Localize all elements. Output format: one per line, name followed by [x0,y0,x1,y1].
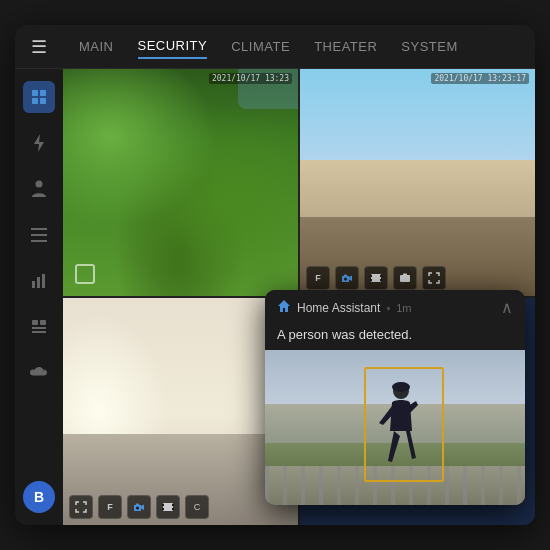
svg-marker-33 [278,300,290,312]
hamburger-icon[interactable]: ☰ [31,36,47,58]
svg-rect-11 [42,274,45,288]
nav-theater[interactable]: THEATER [314,35,377,58]
svg-rect-20 [370,279,372,281]
notif-title-area: Home Assistant • 1m [277,299,412,316]
cam3-film-btn[interactable] [156,495,180,519]
svg-rect-12 [32,320,38,325]
sidebar-icon-chart[interactable] [23,265,55,297]
notif-dot: • [386,302,390,314]
cam2-film-btn[interactable] [364,266,388,290]
svg-rect-31 [172,504,174,506]
home-icon [277,299,291,316]
svg-rect-19 [370,275,372,277]
notif-message: A person was detected. [265,325,525,350]
svg-rect-9 [32,281,35,288]
notif-img-background [265,350,525,505]
sidebar-icon-play[interactable] [23,311,55,343]
sidebar-icon-cloud[interactable] [23,357,55,389]
notification-card: Home Assistant • 1m ∧ A person was detec… [265,290,525,505]
cam1-expand-icon[interactable] [75,264,95,284]
notif-app-name: Home Assistant [297,301,380,315]
svg-point-16 [344,277,347,280]
svg-marker-27 [141,504,144,510]
cam3-expand-btn[interactable] [69,495,93,519]
cam2-photo-btn[interactable] [393,266,417,290]
svg-point-24 [403,277,407,281]
sidebar-icon-grid[interactable] [23,81,55,113]
svg-rect-25 [403,274,407,276]
sidebar-icon-list[interactable] [23,219,55,251]
svg-rect-22 [380,279,382,281]
svg-rect-32 [172,508,174,510]
svg-point-5 [36,181,43,188]
notif-close-btn[interactable]: ∧ [501,298,513,317]
notif-image [265,350,525,505]
svg-rect-28 [163,503,173,511]
nav-system[interactable]: SYSTEM [401,35,457,58]
svg-rect-10 [37,277,40,288]
svg-point-26 [136,506,139,509]
cam3-controls: F C [69,495,209,519]
svg-rect-30 [162,508,164,510]
cam2-controls: F [306,266,446,290]
detection-bounding-box [364,367,444,482]
svg-rect-6 [31,228,47,230]
app-container: ☰ MAIN SECURITY CLIMATE THEATER SYSTEM [15,25,535,525]
notif-time: 1m [396,302,411,314]
nav-security[interactable]: SECURITY [138,34,208,59]
top-nav: ☰ MAIN SECURITY CLIMATE THEATER SYSTEM [15,25,535,69]
cam2-camera-btn[interactable] [335,266,359,290]
svg-rect-18 [371,274,381,282]
nav-main[interactable]: MAIN [79,35,114,58]
svg-rect-21 [380,275,382,277]
cam2-expand-btn[interactable] [422,266,446,290]
cam1-timestamp: 2021/10/17 13:23 [209,73,292,84]
sidebar-icon-person[interactable] [23,173,55,205]
cam3-f-btn[interactable]: F [98,495,122,519]
sidebar-icon-lightning[interactable] [23,127,55,159]
cam2-timestamp: 2021/10/17 13:23:17 [431,73,529,84]
content-area: B 2021/10/17 13:23 2021/10/17 13:23:17 F [15,69,535,525]
svg-rect-3 [40,98,46,104]
cam3-c-btn[interactable]: C [185,495,209,519]
svg-rect-0 [32,90,38,96]
svg-rect-29 [162,504,164,506]
notif-header: Home Assistant • 1m ∧ [265,290,525,325]
svg-rect-13 [40,320,46,325]
cam2-f-btn[interactable]: F [306,266,330,290]
nav-climate[interactable]: CLIMATE [231,35,290,58]
cam3-camera-btn[interactable] [127,495,151,519]
camera-cell-3[interactable]: F C [63,298,298,525]
svg-rect-8 [31,240,47,242]
svg-marker-17 [349,275,352,281]
svg-rect-14 [32,327,46,329]
sidebar-avatar[interactable]: B [23,481,55,513]
camera-cell-2[interactable]: 2021/10/17 13:23:17 F [300,69,535,296]
sidebar: B [15,69,63,525]
svg-rect-1 [40,90,46,96]
svg-rect-2 [32,98,38,104]
camera-grid: 2021/10/17 13:23 2021/10/17 13:23:17 F [63,69,535,525]
svg-rect-15 [32,331,46,333]
svg-marker-4 [34,134,44,152]
camera-cell-1[interactable]: 2021/10/17 13:23 [63,69,298,296]
svg-rect-7 [31,234,47,236]
